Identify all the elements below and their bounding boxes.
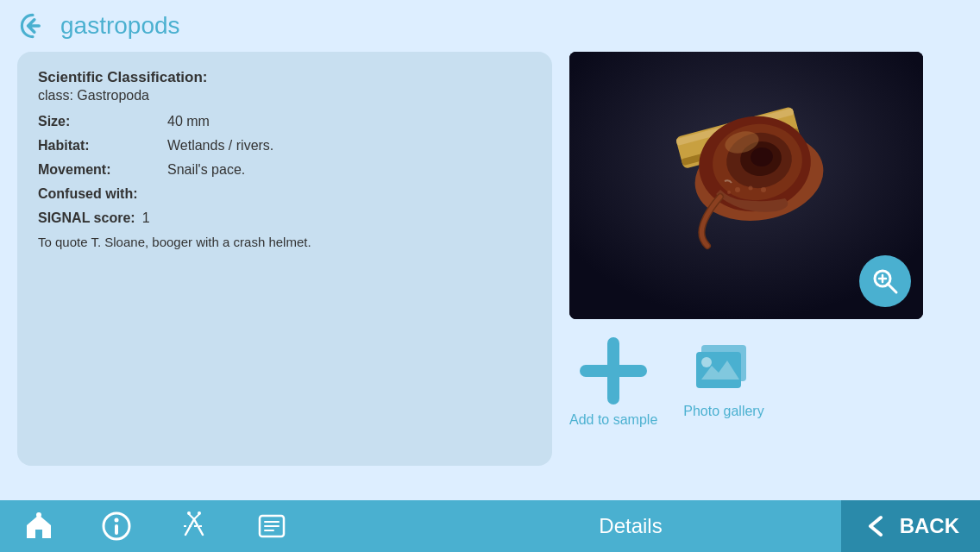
class-value: class: Gastropoda (38, 88, 531, 104)
add-to-sample-label: Add to sample (569, 412, 657, 428)
home-icon (23, 511, 54, 542)
svg-point-15 (727, 191, 731, 194)
photo-gallery-label: Photo gallery (683, 404, 763, 419)
svg-point-14 (761, 187, 766, 192)
page-title: gastropods (60, 12, 180, 40)
action-buttons: Add to sample Photo gallery (569, 336, 764, 428)
movement-label: Movement: (38, 162, 167, 178)
main-content: Scientific Classification: class: Gastro… (0, 52, 980, 492)
zoom-button[interactable] (859, 255, 911, 307)
svg-point-12 (735, 187, 740, 192)
list-nav-button[interactable] (233, 500, 311, 552)
info-nav-button[interactable] (78, 500, 155, 552)
back-nav-button[interactable]: BACK (841, 500, 980, 552)
nav-left (0, 500, 420, 552)
sci-classification-label: Scientific Classification: (38, 69, 531, 86)
header-back-button[interactable] (17, 10, 48, 41)
class-label: class: (38, 88, 73, 103)
right-panel: Add to sample Photo gallery (569, 52, 963, 492)
svg-line-30 (194, 514, 199, 519)
confused-row: Confused with: (38, 186, 531, 202)
info-icon (101, 511, 132, 542)
habitat-value: Wetlands / rivers. (167, 138, 273, 154)
photo-gallery-button[interactable]: Photo gallery (683, 336, 763, 419)
nav-tab-label: Details (599, 514, 662, 538)
signal-value: 1 (142, 210, 150, 226)
quote-text: To quote T. Sloane, booger with a crash … (38, 235, 531, 249)
signal-label: SIGNAL score: (38, 210, 135, 226)
svg-point-32 (198, 511, 201, 515)
home-nav-button[interactable] (0, 500, 78, 552)
class-name: Gastropoda (77, 88, 149, 103)
bug-nav-button[interactable] (155, 500, 233, 552)
svg-point-24 (701, 357, 712, 367)
size-label: Size: (38, 114, 167, 129)
confused-label: Confused with: (38, 186, 167, 202)
movement-value: Snail's pace. (167, 162, 245, 178)
habitat-label: Habitat: (38, 138, 167, 154)
svg-point-27 (115, 518, 119, 523)
back-arrow-nav-icon (862, 511, 893, 542)
add-to-sample-button[interactable]: Add to sample (569, 336, 657, 428)
movement-row: Movement: Snail's pace. (38, 162, 531, 178)
bug-icon (179, 511, 210, 542)
svg-point-13 (749, 186, 753, 191)
back-nav-label: BACK (900, 514, 959, 538)
svg-line-17 (888, 284, 896, 292)
header: gastropods (0, 0, 980, 52)
bottom-nav: Details BACK (0, 500, 980, 552)
nav-center: Details (420, 514, 840, 538)
svg-point-25 (36, 512, 41, 518)
size-value: 40 mm (167, 114, 210, 129)
list-icon (256, 511, 287, 542)
size-row: Size: 40 mm (38, 114, 531, 129)
habitat-row: Habitat: Wetlands / rivers. (38, 138, 531, 154)
photo-container (569, 52, 923, 319)
svg-rect-23 (696, 352, 741, 388)
nav-right: BACK (841, 500, 980, 552)
signal-row: SIGNAL score: 1 (38, 210, 531, 226)
info-panel: Scientific Classification: class: Gastro… (17, 52, 552, 466)
svg-point-31 (187, 511, 191, 515)
svg-line-29 (189, 514, 194, 519)
svg-rect-28 (115, 524, 118, 535)
